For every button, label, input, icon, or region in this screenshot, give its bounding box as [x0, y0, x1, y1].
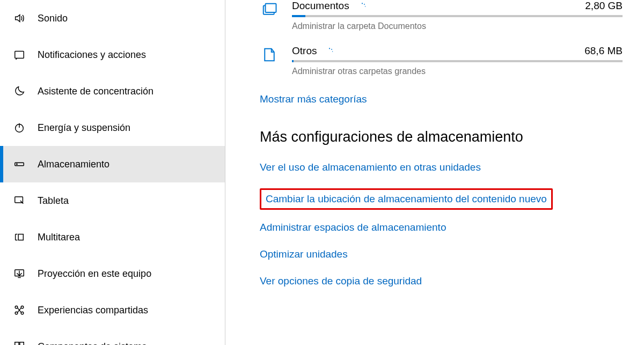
multitask-icon [12, 230, 27, 245]
optimize-drives-link[interactable]: Optimizar unidades [260, 248, 623, 260]
svg-rect-9 [18, 234, 23, 240]
show-more-categories-link[interactable]: Mostrar más categorías [260, 93, 367, 105]
svg-point-26 [364, 4, 365, 5]
sidebar-item-storage[interactable]: Almacenamiento [0, 146, 225, 182]
svg-point-28 [329, 48, 330, 49]
speaker-icon [12, 11, 27, 26]
sidebar-item-label: Notificaciones y acciones [38, 49, 146, 61]
storage-category-documents[interactable]: Documentos 2,80 GB Administrar la carpet… [260, 0, 623, 31]
sidebar-item-label: Sonido [38, 13, 68, 24]
loading-spinner-icon [358, 2, 367, 10]
storage-icon [12, 157, 27, 172]
sidebar-item-label: Almacenamiento [38, 159, 109, 170]
storage-category-name: Otros [292, 45, 317, 57]
manage-storage-spaces-link[interactable]: Administrar espacios de almacenamiento [260, 222, 623, 233]
tablet-icon [12, 193, 27, 208]
svg-rect-19 [15, 342, 19, 345]
sidebar-item-projecting[interactable]: Proyección en este equipo [0, 255, 225, 292]
power-icon [12, 120, 27, 135]
documents-icon [260, 0, 279, 19]
svg-point-25 [362, 3, 363, 4]
backup-options-link[interactable]: Ver opciones de copia de seguridad [260, 275, 623, 287]
shared-icon [12, 303, 27, 318]
sidebar-item-label: Proyección en este equipo [38, 268, 151, 280]
sidebar-item-shared-experiences[interactable]: Experiencias compartidas [0, 292, 225, 328]
storage-category-size: 68,6 MB [584, 45, 623, 57]
sidebar-item-tablet[interactable]: Tableta [0, 182, 225, 219]
storage-usage-bar [292, 15, 623, 17]
svg-point-4 [17, 164, 17, 164]
svg-rect-24 [266, 4, 276, 12]
storage-category-size: 2,80 GB [585, 0, 623, 12]
others-folder-icon [260, 45, 279, 64]
project-icon [12, 266, 27, 281]
storage-category-action[interactable]: Administrar la carpeta Documentos [292, 21, 623, 31]
sidebar-item-power[interactable]: Energía y suspensión [0, 109, 225, 146]
sidebar-item-system-components[interactable]: Componentes de sistema [0, 328, 225, 345]
sidebar-item-sound[interactable]: Sonido [0, 0, 225, 36]
highlighted-annotation: Cambiar la ubicación de almacenamiento d… [260, 188, 553, 210]
sidebar-item-notifications[interactable]: Notificaciones y acciones [0, 36, 225, 73]
settings-sidebar: Sonido Notificaciones y acciones Asisten… [0, 0, 225, 345]
svg-point-27 [365, 6, 365, 6]
storage-category-action[interactable]: Administrar otras carpetas grandes [292, 67, 623, 76]
svg-rect-0 [15, 52, 24, 58]
storage-usage-other-drives-link[interactable]: Ver el uso de almacenamiento en otras un… [260, 162, 623, 173]
sidebar-item-label: Tableta [38, 195, 69, 207]
sidebar-item-focus-assist[interactable]: Asistente de concentración [0, 73, 225, 109]
moon-icon [12, 84, 27, 99]
svg-point-29 [332, 49, 333, 50]
more-settings-heading: Más configuraciones de almacenamiento [260, 129, 623, 145]
svg-rect-20 [20, 342, 24, 345]
sidebar-item-multitask[interactable]: Multitarea [0, 219, 225, 255]
storage-category-name: Documentos [292, 0, 349, 12]
loading-spinner-icon [325, 47, 334, 55]
sidebar-item-label: Experiencias compartidas [38, 305, 148, 316]
sidebar-item-label: Multitarea [38, 232, 80, 243]
sidebar-item-label: Asistente de concentración [38, 86, 153, 97]
more-settings-links: Ver el uso de almacenamiento en otras un… [260, 162, 623, 287]
svg-point-30 [332, 51, 333, 52]
sidebar-item-label: Energía y suspensión [38, 122, 130, 134]
components-icon [12, 339, 27, 345]
change-save-location-link[interactable]: Cambiar la ubicación de almacenamiento d… [266, 193, 547, 205]
notification-icon [12, 47, 27, 62]
sidebar-item-label: Componentes de sistema [38, 341, 147, 346]
main-content: Documentos 2,80 GB Administrar la carpet… [225, 0, 644, 345]
storage-category-others[interactable]: Otros 68,6 MB Administrar otras carpetas… [260, 45, 623, 76]
storage-usage-bar [292, 60, 623, 62]
